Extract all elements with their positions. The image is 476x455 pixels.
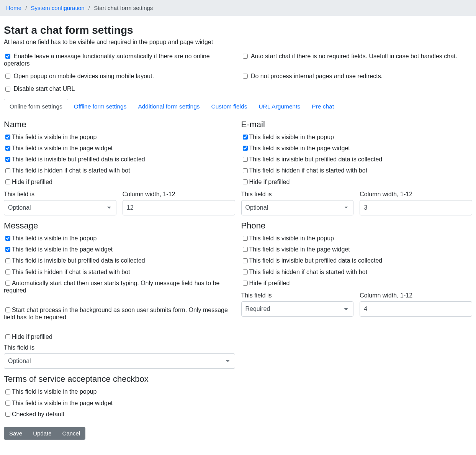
tos-visible-popup-checkbox[interactable] xyxy=(5,389,10,394)
section-email-heading: E-mail xyxy=(241,120,473,130)
message-hidden-if-bot-label: This field is hidden if chat is started … xyxy=(12,268,130,275)
open-popup-mobile-label: Open popup on mobile devices using mobil… xyxy=(13,73,154,79)
name-col-width-input[interactable] xyxy=(123,200,235,215)
name-visible-popup-label: This field is visible in the popup xyxy=(12,133,97,140)
message-hide-if-prefilled-label: Hide if prefilled xyxy=(12,333,52,340)
email-visible-widget-checkbox[interactable] xyxy=(243,146,248,151)
auto-start-chat-checkbox[interactable] xyxy=(243,54,248,59)
breadcrumb: Home / System configuration / Start chat… xyxy=(0,0,476,16)
auto-start-chat-label: Auto start chat if there is no required … xyxy=(251,53,457,59)
section-tos-heading: Terms of service acceptance checkbox xyxy=(4,374,235,384)
phone-visible-popup-checkbox[interactable] xyxy=(243,236,248,241)
phone-invisible-prefilled-label: This field is invisible but prefilled da… xyxy=(249,257,383,264)
name-invisible-prefilled-checkbox[interactable] xyxy=(5,157,10,162)
email-field-is-label: This field is xyxy=(241,191,354,198)
email-visible-popup-checkbox[interactable] xyxy=(243,135,248,140)
phone-hidden-if-bot-label: This field is hidden if chat is started … xyxy=(249,268,368,275)
phone-col-width-input[interactable] xyxy=(360,301,472,317)
phone-visible-popup-label: This field is visible in the popup xyxy=(249,235,334,241)
breadcrumb-sep: / xyxy=(88,5,90,11)
message-start-background-label: Start chat process in the background as … xyxy=(4,307,228,320)
email-hidden-if-bot-checkbox[interactable] xyxy=(243,168,248,173)
breadcrumb-home[interactable]: Home xyxy=(6,5,21,11)
tab-offline[interactable]: Offline form settings xyxy=(68,99,132,114)
message-invisible-prefilled-checkbox[interactable] xyxy=(5,258,10,263)
name-invisible-prefilled-label: This field is invisible but prefilled da… xyxy=(12,156,145,163)
phone-field-is-label: This field is xyxy=(241,292,354,299)
page-title: Start a chat form settings xyxy=(4,24,472,36)
page-subtitle: At least one field has to be visible and… xyxy=(4,39,472,46)
message-visible-popup-checkbox[interactable] xyxy=(5,236,10,241)
phone-visible-widget-checkbox[interactable] xyxy=(243,247,248,252)
name-visible-popup-checkbox[interactable] xyxy=(5,135,10,140)
phone-hide-if-prefilled-label: Hide if prefilled xyxy=(249,280,290,286)
name-hide-if-prefilled-checkbox[interactable] xyxy=(5,179,10,184)
tos-visible-popup-label: This field is visible in the popup xyxy=(12,388,97,395)
phone-visible-widget-label: This field is visible in the page widget xyxy=(249,246,350,253)
name-hidden-if-bot-checkbox[interactable] xyxy=(5,168,10,173)
tos-visible-widget-checkbox[interactable] xyxy=(5,401,10,406)
name-field-is-select[interactable]: Optional Required xyxy=(4,200,116,215)
tos-checked-default-label: Checked by default xyxy=(12,411,64,417)
tab-custom[interactable]: Custom fields xyxy=(206,99,253,114)
tos-checked-default-checkbox[interactable] xyxy=(5,412,10,417)
email-hide-if-prefilled-label: Hide if prefilled xyxy=(249,178,290,185)
email-invisible-prefilled-label: This field is invisible but prefilled da… xyxy=(249,156,383,163)
email-field-is-select[interactable]: Optional Required xyxy=(241,200,354,215)
section-phone-heading: Phone xyxy=(241,221,473,231)
name-visible-widget-label: This field is visible in the page widget xyxy=(12,145,113,151)
tab-urlargs[interactable]: URL Arguments xyxy=(253,99,306,114)
message-invisible-prefilled-label: This field is invisible but prefilled da… xyxy=(12,257,145,264)
name-field-is-label: This field is xyxy=(4,191,116,198)
section-message-heading: Message xyxy=(4,221,235,231)
enable-leave-msg-checkbox[interactable] xyxy=(5,54,10,59)
no-internal-redirect-checkbox[interactable] xyxy=(243,74,248,79)
disable-start-url-label: Disable start chat URL xyxy=(13,85,75,92)
name-hide-if-prefilled-label: Hide if prefilled xyxy=(12,178,52,185)
name-visible-widget-checkbox[interactable] xyxy=(5,146,10,151)
phone-invisible-prefilled-checkbox[interactable] xyxy=(243,258,248,263)
phone-col-width-label: Column width, 1-12 xyxy=(360,292,472,299)
breadcrumb-sep: / xyxy=(25,5,27,11)
message-field-is-label: This field is xyxy=(4,344,235,351)
message-start-background-checkbox[interactable] xyxy=(5,307,10,312)
update-button[interactable]: Update xyxy=(28,427,57,440)
email-visible-widget-label: This field is visible in the page widget xyxy=(249,145,350,151)
disable-start-url-checkbox[interactable] xyxy=(5,87,10,92)
open-popup-mobile-checkbox[interactable] xyxy=(5,74,10,79)
email-col-width-input[interactable] xyxy=(360,200,472,215)
cancel-button[interactable]: Cancel xyxy=(57,427,86,440)
breadcrumb-current: Start chat form settings xyxy=(94,5,153,11)
message-auto-start-typing-label: Automatically start chat then user start… xyxy=(4,280,219,294)
no-internal-redirect-label: Do not process internal pages and use re… xyxy=(251,73,383,79)
email-col-width-label: Column width, 1-12 xyxy=(360,191,472,198)
email-hidden-if-bot-label: This field is hidden if chat is started … xyxy=(249,167,368,174)
breadcrumb-sysconf[interactable]: System configuration xyxy=(31,5,85,11)
email-invisible-prefilled-checkbox[interactable] xyxy=(243,157,248,162)
message-hide-if-prefilled-checkbox[interactable] xyxy=(5,334,10,339)
tab-additional[interactable]: Additional form settings xyxy=(132,99,205,114)
message-auto-start-typing-checkbox[interactable] xyxy=(5,281,10,286)
message-visible-popup-label: This field is visible in the popup xyxy=(12,235,97,241)
phone-field-is-select[interactable]: Optional Required xyxy=(241,301,354,317)
name-hidden-if-bot-label: This field is hidden if chat is started … xyxy=(12,167,130,174)
phone-hide-if-prefilled-checkbox[interactable] xyxy=(243,281,248,286)
email-hide-if-prefilled-checkbox[interactable] xyxy=(243,179,248,184)
message-visible-widget-label: This field is visible in the page widget xyxy=(12,246,113,253)
email-visible-popup-label: This field is visible in the popup xyxy=(249,133,334,140)
tab-prechat[interactable]: Pre chat xyxy=(306,99,340,114)
message-hidden-if-bot-checkbox[interactable] xyxy=(5,269,10,274)
message-visible-widget-checkbox[interactable] xyxy=(5,247,10,252)
enable-leave-msg-label: Enable leave a message functionality aut… xyxy=(4,53,210,67)
tab-online[interactable]: Online form settings xyxy=(4,99,68,114)
message-field-is-select[interactable]: Optional Required xyxy=(4,353,235,369)
phone-hidden-if-bot-checkbox[interactable] xyxy=(243,269,248,274)
section-name-heading: Name xyxy=(4,120,235,130)
tabs-nav: Online form settings Offline form settin… xyxy=(4,99,472,114)
save-button[interactable]: Save xyxy=(4,427,28,440)
tos-visible-widget-label: This field is visible in the page widget xyxy=(12,399,113,406)
name-col-width-label: Column width, 1-12 xyxy=(123,191,235,198)
